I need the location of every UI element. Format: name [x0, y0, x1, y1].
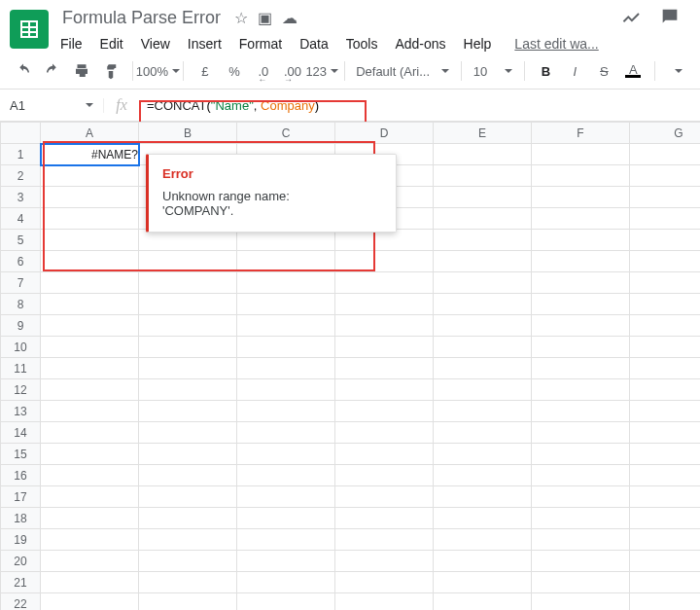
cell[interactable]: [335, 529, 434, 551]
star-icon[interactable]: ☆: [234, 9, 248, 27]
row-header[interactable]: 15: [1, 444, 41, 465]
cell[interactable]: [41, 358, 139, 379]
row-header[interactable]: 14: [1, 422, 41, 444]
redo-button[interactable]: [39, 57, 66, 85]
trend-icon[interactable]: [620, 6, 642, 27]
cell[interactable]: [630, 144, 701, 165]
cell[interactable]: [532, 337, 630, 358]
cell[interactable]: [532, 358, 630, 379]
cell[interactable]: [41, 593, 139, 611]
cell[interactable]: [139, 315, 237, 337]
cell[interactable]: [434, 486, 532, 508]
cell[interactable]: [41, 230, 139, 251]
menu-insert[interactable]: Insert: [186, 34, 224, 54]
cell[interactable]: [335, 379, 434, 401]
row-header[interactable]: 18: [1, 508, 41, 529]
cell[interactable]: [139, 294, 237, 315]
cell[interactable]: [532, 444, 630, 465]
cell[interactable]: [630, 165, 701, 187]
cell[interactable]: [532, 165, 630, 187]
cell[interactable]: [237, 551, 335, 572]
cell[interactable]: [335, 272, 434, 294]
cell[interactable]: #NAME?: [41, 144, 139, 165]
cell[interactable]: [237, 486, 335, 508]
col-header[interactable]: C: [237, 123, 335, 144]
cell[interactable]: [237, 444, 335, 465]
cell[interactable]: [237, 294, 335, 315]
cell[interactable]: [335, 358, 434, 379]
cell[interactable]: [139, 444, 237, 465]
col-header[interactable]: B: [139, 123, 237, 144]
cell[interactable]: [434, 508, 532, 529]
cell[interactable]: [41, 572, 139, 593]
cell[interactable]: [41, 529, 139, 551]
cell[interactable]: [237, 379, 335, 401]
cell[interactable]: [139, 593, 237, 611]
cell[interactable]: [532, 551, 630, 572]
cell[interactable]: [630, 593, 701, 611]
cell[interactable]: [532, 251, 630, 272]
formula-bar[interactable]: =CONCAT("Name", Company): [139, 98, 700, 113]
cell[interactable]: [630, 551, 701, 572]
undo-button[interactable]: [10, 57, 37, 85]
cell[interactable]: [335, 551, 434, 572]
cell[interactable]: [335, 422, 434, 444]
row-header[interactable]: 20: [1, 551, 41, 572]
decrease-decimal-button[interactable]: .0←: [250, 57, 277, 85]
cell[interactable]: [532, 572, 630, 593]
cell[interactable]: [434, 444, 532, 465]
cell[interactable]: [630, 379, 701, 401]
cell[interactable]: [237, 593, 335, 611]
cell[interactable]: [41, 337, 139, 358]
row-header[interactable]: 17: [1, 486, 41, 508]
cell[interactable]: [139, 551, 237, 572]
cell[interactable]: [139, 422, 237, 444]
cell[interactable]: [434, 230, 532, 251]
font-family-dropdown[interactable]: Default (Ari...: [352, 57, 453, 85]
cell[interactable]: [237, 401, 335, 422]
cell[interactable]: [335, 251, 434, 272]
font-size-dropdown[interactable]: 10: [470, 57, 516, 85]
select-all-corner[interactable]: [1, 123, 41, 144]
cell[interactable]: [630, 294, 701, 315]
cell[interactable]: [139, 379, 237, 401]
cell[interactable]: [237, 508, 335, 529]
cell[interactable]: [335, 508, 434, 529]
cell[interactable]: [335, 572, 434, 593]
cell[interactable]: [41, 208, 139, 230]
row-header[interactable]: 13: [1, 401, 41, 422]
cell[interactable]: [139, 272, 237, 294]
row-header[interactable]: 3: [1, 187, 41, 208]
bold-button[interactable]: B: [532, 57, 559, 85]
zoom-dropdown[interactable]: 100%: [141, 57, 176, 85]
cell[interactable]: [41, 465, 139, 486]
menu-addons[interactable]: Add-ons: [393, 34, 447, 54]
more-formats-dropdown[interactable]: 123: [308, 57, 336, 85]
cell[interactable]: [532, 208, 630, 230]
cell[interactable]: [41, 508, 139, 529]
row-header[interactable]: 21: [1, 572, 41, 593]
cell[interactable]: [41, 187, 139, 208]
cell[interactable]: [237, 337, 335, 358]
cell[interactable]: [532, 529, 630, 551]
cell[interactable]: [434, 294, 532, 315]
menu-data[interactable]: Data: [298, 34, 331, 54]
cell[interactable]: [237, 422, 335, 444]
cell[interactable]: [434, 144, 532, 165]
cell[interactable]: [532, 401, 630, 422]
cell[interactable]: [630, 251, 701, 272]
cell[interactable]: [434, 593, 532, 611]
cell[interactable]: [532, 315, 630, 337]
cell[interactable]: [532, 144, 630, 165]
cell[interactable]: [532, 465, 630, 486]
row-header[interactable]: 2: [1, 165, 41, 187]
cell[interactable]: [630, 572, 701, 593]
cell[interactable]: [335, 315, 434, 337]
cell[interactable]: [434, 379, 532, 401]
row-header[interactable]: 16: [1, 465, 41, 486]
cell[interactable]: [139, 358, 237, 379]
cell[interactable]: [335, 486, 434, 508]
increase-decimal-button[interactable]: .00→: [279, 57, 306, 85]
cell[interactable]: [630, 230, 701, 251]
cell[interactable]: [434, 208, 532, 230]
